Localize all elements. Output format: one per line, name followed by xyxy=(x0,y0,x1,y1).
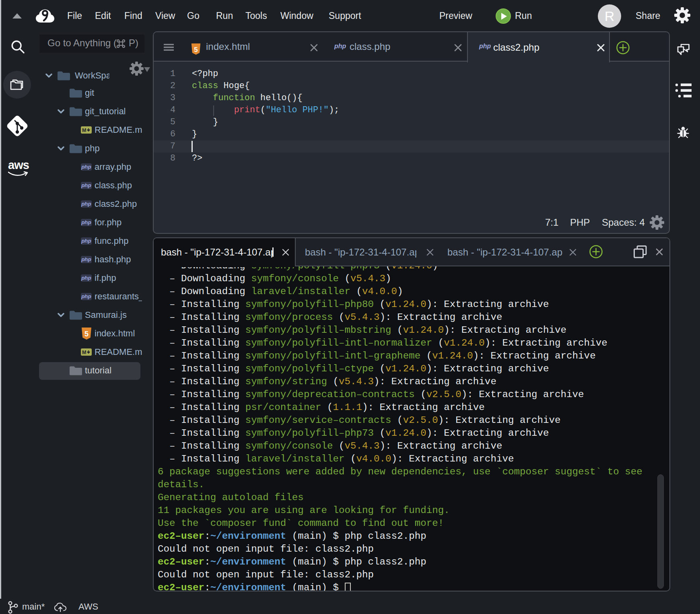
svg-text:5: 5 xyxy=(194,46,198,54)
svg-text:M: M xyxy=(82,350,86,355)
svg-text:M: M xyxy=(82,128,86,133)
svg-text:5: 5 xyxy=(84,330,89,338)
